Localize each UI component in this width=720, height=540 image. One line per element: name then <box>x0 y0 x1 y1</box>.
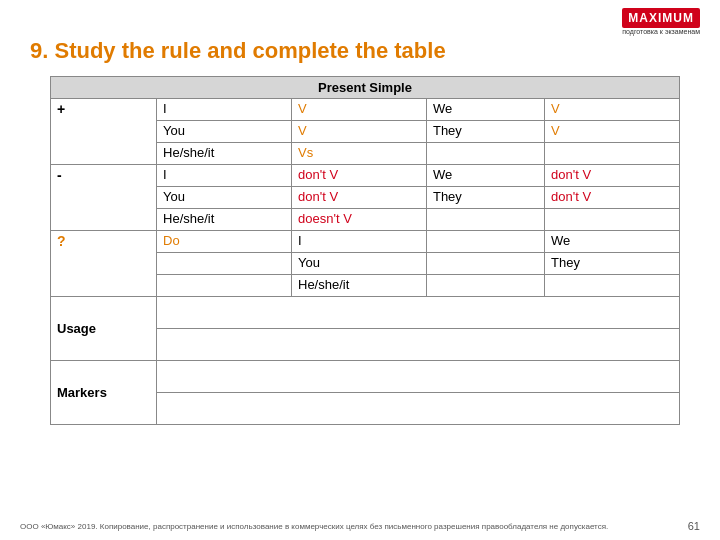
page-title: 9. Study the rule and complete the table <box>30 38 690 64</box>
usage-content-2 <box>157 329 680 361</box>
subj-hesheit-minus: He/she/it <box>157 209 292 231</box>
table-row: - I don't V We don't V <box>51 165 680 187</box>
present-simple-table: Present Simple + I V We V You V They V <box>50 76 680 425</box>
subj-empty-q3 <box>157 275 292 297</box>
verb-dontv-you: don't V <box>292 187 427 209</box>
subj-hesheit-plus: He/she/it <box>157 143 292 165</box>
markers-label: Markers <box>51 361 157 425</box>
verb2-empty-q3 <box>545 275 680 297</box>
verb-doesntv: doesn't V <box>292 209 427 231</box>
subj-you-plus: You <box>157 121 292 143</box>
sign-question: ? <box>51 231 157 297</box>
verb2-v-they: V <box>545 121 680 143</box>
table-row: + I V We V <box>51 99 680 121</box>
subj-you-minus: You <box>157 187 292 209</box>
copyright-text: ООО «Юмакс» 2019. Копирование, распростр… <box>20 522 608 531</box>
verb-hesheit-q: He/she/it <box>292 275 427 297</box>
sign-plus: + <box>51 99 157 165</box>
verb-v-plus-i: V <box>292 99 427 121</box>
subj2-empty-q3 <box>426 275 544 297</box>
subj2-empty-plus <box>426 143 544 165</box>
page-number: 61 <box>688 520 700 532</box>
subj2-we: We <box>426 99 544 121</box>
page-container: MAXIMUM подготовка к экзаменам 9. Study … <box>0 0 720 540</box>
verb2-dontv-they: don't V <box>545 187 680 209</box>
logo-sub: подготовка к экзаменам <box>622 28 700 35</box>
table-wrapper: Present Simple + I V We V You V They V <box>50 76 680 425</box>
subj2-they-minus: They <box>426 187 544 209</box>
verb-vs-plus: Vs <box>292 143 427 165</box>
verb-v-plus-you: V <box>292 121 427 143</box>
subj2-empty-q2 <box>426 253 544 275</box>
verb-dontv-i: don't V <box>292 165 427 187</box>
verb-you-q: You <box>292 253 427 275</box>
verb2-we-q: We <box>545 231 680 253</box>
logo-text: MAXIMUM <box>622 8 700 28</box>
table-row: ? Do I We <box>51 231 680 253</box>
subj2-empty-minus <box>426 209 544 231</box>
verb2-v-we: V <box>545 99 680 121</box>
verb2-empty-plus <box>545 143 680 165</box>
subj2-empty-q1 <box>426 231 544 253</box>
footer: ООО «Юмакс» 2019. Копирование, распростр… <box>0 520 720 532</box>
table-header: Present Simple <box>51 77 680 99</box>
subj-empty-q2 <box>157 253 292 275</box>
verb2-empty-minus <box>545 209 680 231</box>
subj-i-minus: I <box>157 165 292 187</box>
verb2-they-q: They <box>545 253 680 275</box>
sign-minus: - <box>51 165 157 231</box>
aux-do: Do <box>157 231 292 253</box>
markers-content-2 <box>157 393 680 425</box>
subj-i-plus: I <box>157 99 292 121</box>
table-row-markers: Markers <box>51 361 680 393</box>
table-row-usage: Usage <box>51 297 680 329</box>
logo-area: MAXIMUM подготовка к экзаменам <box>622 8 700 35</box>
usage-label: Usage <box>51 297 157 361</box>
subj2-we-minus: We <box>426 165 544 187</box>
verb2-dontv-we: don't V <box>545 165 680 187</box>
usage-content-1 <box>157 297 680 329</box>
subj2-they: They <box>426 121 544 143</box>
markers-content-1 <box>157 361 680 393</box>
verb-i-q: I <box>292 231 427 253</box>
